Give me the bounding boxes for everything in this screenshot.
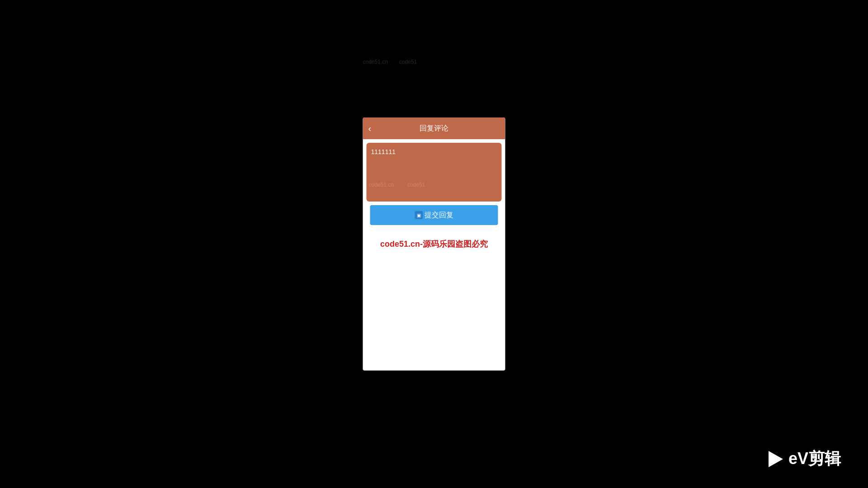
ev-brand-text: eV剪辑 [788, 448, 841, 470]
submit-area: ▣ 提交回复 [363, 205, 505, 232]
textarea-watermark: code51.cn [369, 182, 394, 188]
submit-icon: ▣ [415, 211, 423, 219]
submit-button[interactable]: ▣ 提交回复 [370, 205, 498, 225]
main-watermark: code51.cn-源码乐园盗图必究 [380, 239, 488, 249]
header-title: 回复评论 [420, 124, 448, 133]
page-header: ‹ 回复评论 [363, 117, 505, 139]
svg-marker-0 [769, 451, 783, 467]
back-button[interactable]: ‹ [368, 123, 372, 134]
textarea-watermark: code51 [407, 182, 425, 188]
ev-logo: eV剪辑 [764, 448, 841, 470]
submit-label: 提交回复 [425, 211, 453, 220]
comment-textarea[interactable]: 1111111 code51.cn code51 [367, 143, 502, 202]
textarea-content: 1111111 [371, 147, 497, 157]
play-icon [764, 448, 786, 470]
